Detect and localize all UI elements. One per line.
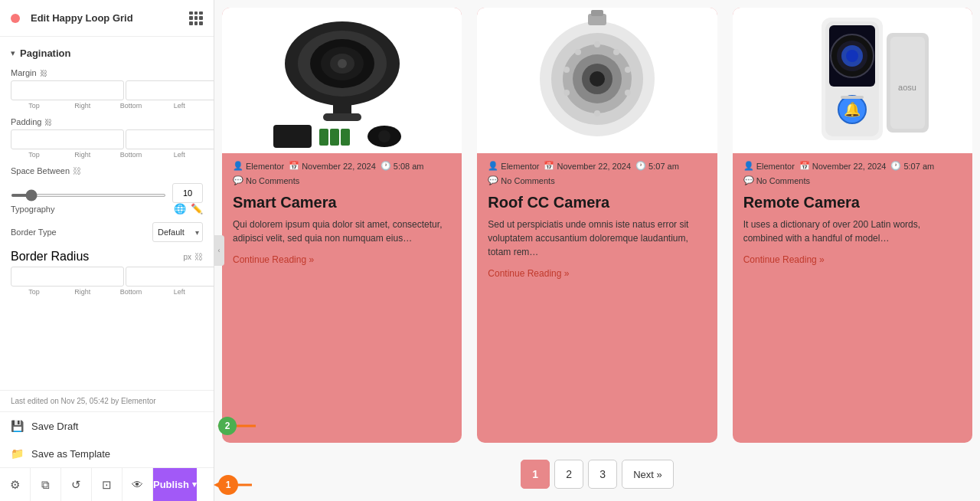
padding-field: Padding ⛓ 🔗 Top Right Bottom Left (11, 117, 203, 159)
margin-link-icon: ⛓ (40, 69, 47, 77)
product-card-1: 👤 Elementor 📅 November 22, 2024 🕐 5:08 a… (222, 8, 462, 443)
card-link-1[interactable]: Continue Reading » (222, 251, 462, 276)
card-desc-3: It uses a dictionary of over 200 Latin w… (733, 218, 972, 251)
edit-icon[interactable]: ✏️ (191, 203, 203, 214)
space-between-slider[interactable] (11, 194, 166, 197)
card-date-3: 📅 November 22, 2024 (799, 161, 887, 171)
svg-rect-15 (341, 129, 350, 146)
border-type-row: Border Type Default None Solid Double Do… (11, 222, 203, 242)
svg-point-40 (846, 50, 858, 62)
margin-field: Margin ⛓ 🔗 Top Right Bottom Left (11, 68, 203, 110)
pagination-section-header[interactable]: ▾ Pagination (11, 47, 203, 59)
section-chevron: ▾ (11, 48, 15, 58)
padding-input-labels: Top Right Bottom Left (11, 151, 203, 159)
svg-point-29 (625, 90, 631, 96)
eye-icon-btn[interactable]: 👁 (122, 468, 153, 502)
border-radius-field: Border Radius px ⛓ 🔗 Top Right Bottom Le… (11, 250, 203, 296)
publish-chevron-icon: ▾ (192, 480, 197, 490)
save-draft-button[interactable]: 💾 Save Draft (0, 412, 214, 440)
card-time-1: 🕐 5:08 am (381, 161, 424, 171)
card-desc-2: Sed ut perspiciatis unde omnis iste natu… (477, 218, 717, 265)
typography-label: Typography (11, 205, 54, 214)
card-comments-3: 💬 No Comments (743, 175, 810, 185)
border-radius-right-input[interactable] (126, 267, 214, 287)
settings-icon-btn[interactable]: ⚙ (0, 468, 31, 502)
globe-icon[interactable]: 🌐 (174, 203, 186, 214)
card-image-3: 🔔 aosu (733, 8, 972, 153)
svg-point-25 (625, 67, 631, 73)
space-between-label: Space Between ⛓ (11, 166, 81, 175)
pagination-area: 1 2 3 Next » (214, 450, 980, 501)
typography-row: Typography 🌐 ✏️ (11, 203, 203, 214)
padding-right-input[interactable] (126, 129, 214, 149)
main-content: 👤 Elementor 📅 November 22, 2024 🕐 5:08 a… (214, 0, 980, 501)
card-author-1: 👤 Elementor (233, 161, 284, 171)
collapse-handle[interactable]: ‹ (214, 235, 224, 266)
publish-button[interactable]: Publish ▾ (153, 468, 197, 502)
svg-rect-12 (273, 125, 312, 148)
svg-point-27 (613, 49, 619, 55)
padding-top-input[interactable] (11, 129, 124, 149)
footer-info: Last edited on Nov 25, 05:42 by Elemento… (0, 390, 214, 411)
card-title-3: Remote Camera (733, 190, 972, 218)
page-btn-3[interactable]: 3 (588, 460, 617, 489)
border-type-select-wrap: Default None Solid Double Dotted Dashed … (152, 222, 203, 242)
sidebar-content: ▾ Pagination Margin ⛓ 🔗 Top Right Bottom… (0, 37, 214, 390)
card-date-2: 📅 November 22, 2024 (544, 161, 631, 171)
svg-point-17 (378, 130, 390, 142)
section-title: Pagination (20, 47, 70, 59)
page-btn-2[interactable]: 2 (554, 460, 583, 489)
page-btn-1[interactable]: 1 (521, 460, 550, 489)
svg-point-31 (594, 110, 600, 116)
product-card-2: 👤 Elementor 📅 November 22, 2024 🕐 5:07 a… (477, 8, 717, 443)
remote-camera-image: 🔔 aosu (768, 10, 936, 152)
card-meta-2: 👤 Elementor 📅 November 22, 2024 🕐 5:07 a… (477, 153, 717, 190)
space-between-slider-row (11, 183, 203, 203)
border-radius-unit: px (183, 253, 191, 261)
next-page-button[interactable]: Next » (622, 460, 674, 489)
margin-label: Margin ⛓ (11, 68, 203, 77)
svg-point-28 (564, 90, 570, 96)
svg-point-30 (594, 41, 600, 47)
card-comments-1: 💬 No Comments (233, 175, 299, 185)
card-link-2[interactable]: Continue Reading » (477, 265, 717, 290)
bottom-icons: ⚙ ⧉ ↺ ⊡ 👁 (0, 468, 153, 502)
card-date-1: 📅 November 22, 2024 (289, 161, 376, 171)
border-radius-top-input[interactable] (11, 267, 124, 287)
card-time-3: 🕐 5:07 am (890, 161, 934, 171)
margin-inputs: 🔗 (11, 80, 203, 100)
bottom-bar: ⚙ ⧉ ↺ ⊡ 👁 Publish ▾ 1 (0, 467, 214, 501)
card-time-2: 🕐 5:07 am (635, 161, 679, 171)
grid-menu-icon[interactable] (189, 11, 203, 25)
space-between-field: Space Between ⛓ (11, 166, 203, 175)
history-icon-btn[interactable]: ↺ (61, 468, 92, 502)
svg-rect-43 (841, 96, 864, 99)
svg-point-24 (564, 67, 570, 73)
svg-text:aosu: aosu (898, 83, 916, 92)
save-draft-icon: 💾 (11, 420, 24, 432)
border-type-label: Border Type (11, 228, 57, 237)
svg-rect-11 (323, 113, 361, 121)
save-draft-label: Save Draft (31, 421, 78, 432)
responsive-icon-btn[interactable]: ⊡ (92, 468, 122, 502)
card-title-1: Smart Camera (222, 190, 462, 218)
card-meta-3: 👤 Elementor 📅 November 22, 2024 🕐 5:07 a… (733, 153, 972, 190)
space-between-input[interactable] (172, 183, 203, 203)
border-radius-label-row: Border Radius px ⛓ (11, 250, 203, 264)
margin-input-labels: Top Right Bottom Left (11, 102, 203, 110)
card-comments-2: 💬 No Comments (488, 175, 554, 185)
layers-icon-btn[interactable]: ⧉ (31, 468, 61, 502)
svg-point-23 (590, 71, 605, 87)
save-template-icon: 📁 (11, 447, 24, 460)
border-type-select[interactable]: Default None Solid Double Dotted Dashed … (152, 222, 203, 242)
svg-text:🔔: 🔔 (844, 101, 861, 118)
save-template-button[interactable]: 📁 Save as Template (0, 440, 214, 467)
publish-label: Publish (153, 479, 189, 490)
product-card-3: 🔔 aosu 👤 Elementor 📅 November 2 (733, 8, 972, 443)
margin-top-input[interactable] (11, 80, 124, 100)
margin-right-input[interactable] (126, 80, 214, 100)
card-link-3[interactable]: Continue Reading » (733, 251, 972, 276)
card-image-1 (222, 8, 462, 153)
card-author-2: 👤 Elementor (488, 161, 539, 171)
card-desc-1: Qui dolorem ipsum quia dolor sit amet, c… (222, 218, 462, 251)
